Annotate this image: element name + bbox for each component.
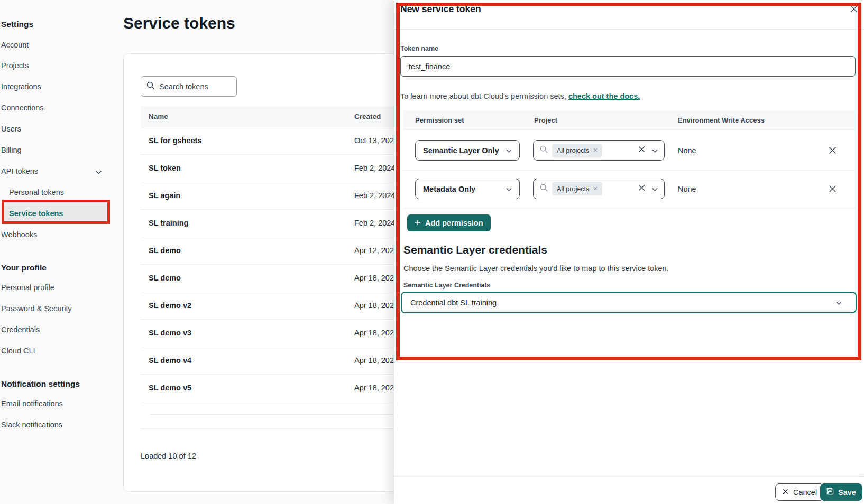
clear-icon[interactable] [638, 145, 646, 155]
search-icon [540, 184, 548, 194]
sidebar-item-slack-notifications[interactable]: Slack notifications [1, 421, 62, 429]
search-tokens-box[interactable] [141, 76, 237, 97]
project-combobox[interactable]: All projects✕ [533, 179, 665, 199]
env-write-access-value: None [678, 185, 696, 193]
search-icon [540, 145, 548, 155]
token-name: SL demo v4 [149, 356, 191, 365]
column-header-created: Created [354, 113, 381, 120]
sidebar-item-users[interactable]: Users [1, 125, 21, 133]
project-chip: All projects✕ [552, 182, 602, 195]
settings-sidebar: Settings Account Projects Integrations C… [0, 0, 114, 504]
sidebar-item-integrations[interactable]: Integrations [1, 82, 41, 91]
page-title: Service tokens [123, 14, 235, 32]
sidebar-item-password-security[interactable]: Password & Security [1, 304, 72, 313]
chevron-down-icon[interactable] [652, 184, 658, 194]
token-name: SL again [149, 191, 180, 200]
column-header-name: Name [149, 113, 168, 120]
sidebar-item-api-tokens[interactable]: API tokens [1, 167, 38, 175]
divider [403, 170, 856, 171]
sidebar-item-credentials[interactable]: Credentials [1, 325, 40, 334]
search-input[interactable] [159, 82, 223, 91]
cancel-label: Cancel [793, 488, 817, 497]
token-name: SL demo v3 [149, 329, 191, 337]
sidebar-section-your-profile: Your profile [1, 263, 47, 273]
token-name: SL demo v5 [149, 384, 191, 392]
chip-remove-icon[interactable]: ✕ [593, 147, 598, 154]
save-button[interactable]: Save [820, 483, 862, 501]
permission-set-value: Metadata Only [423, 185, 475, 193]
token-name: SL training [149, 219, 188, 227]
clear-icon[interactable] [638, 184, 646, 194]
permission-set-select[interactable]: Metadata Only [415, 179, 520, 199]
remove-permission-icon[interactable] [828, 184, 838, 194]
project-combobox[interactable]: All projects✕ [533, 140, 665, 161]
permission-table-header: Permission set Project Environment Write… [403, 110, 856, 130]
semantic-layer-credentials-description: Choose the Semantic Layer credentials yo… [403, 264, 669, 273]
chevron-down-icon [506, 146, 512, 155]
close-icon[interactable] [849, 4, 860, 15]
add-permission-button[interactable]: Add permission [407, 214, 491, 231]
sidebar-section-notification-settings: Notification settings [1, 379, 80, 389]
sidebar-item-account[interactable]: Account [1, 41, 29, 49]
token-name: SL demo [149, 246, 181, 255]
permission-docs-text: To learn more about dbt Cloud's permissi… [400, 92, 640, 100]
permission-set-value: Semantic Layer Only [423, 146, 499, 155]
chip-remove-icon[interactable]: ✕ [593, 185, 598, 192]
column-header-permission-set: Permission set [415, 116, 464, 124]
footer-divider [394, 476, 864, 477]
semantic-layer-credentials-value: Credential dbt SL training [410, 298, 497, 307]
docs-text: To learn more about dbt Cloud's permissi… [400, 92, 568, 100]
token-name-input[interactable] [400, 56, 856, 77]
sidebar-item-email-notifications[interactable]: Email notifications [1, 399, 63, 408]
semantic-layer-credentials-select[interactable]: Credential dbt SL training [401, 292, 857, 313]
close-icon [782, 488, 789, 497]
sidebar-item-personal-profile[interactable]: Personal profile [1, 283, 54, 292]
drawer-title: New service token [400, 4, 481, 15]
search-icon [146, 81, 155, 92]
save-label: Save [838, 488, 856, 497]
new-service-token-drawer: New service token Token name To learn mo… [394, 0, 864, 504]
token-name: SL demo [149, 274, 181, 282]
loaded-count-text: Loaded 10 of 12 [141, 452, 196, 460]
chevron-down-icon[interactable] [95, 167, 102, 177]
chevron-down-icon [836, 298, 842, 307]
token-name: SL token [149, 164, 181, 172]
divider [403, 208, 856, 208]
token-name: SL demo v2 [149, 301, 191, 310]
project-chip-label: All projects [557, 147, 589, 154]
sidebar-item-personal-tokens[interactable]: Personal tokens [9, 188, 64, 197]
project-chip-label: All projects [557, 185, 589, 193]
docs-link[interactable]: check out the docs. [568, 92, 640, 100]
sidebar-item-service-tokens-label[interactable]: Service tokens [9, 209, 63, 218]
token-created: Oct 13, 2023, [354, 136, 400, 145]
sidebar-item-webhooks[interactable]: Webhooks [1, 230, 37, 239]
env-write-access-value: None [678, 146, 696, 155]
sidebar-section-settings: Settings [1, 20, 33, 29]
project-chip: All projects✕ [552, 144, 602, 157]
sidebar-item-connections[interactable]: Connections [1, 104, 44, 112]
remove-permission-icon[interactable] [828, 146, 838, 155]
add-permission-label: Add permission [425, 219, 483, 227]
token-name: SL for gsheets [149, 136, 201, 145]
column-header-env-write: Environment Write Access [678, 116, 765, 124]
sidebar-item-billing[interactable]: Billing [1, 146, 22, 154]
sidebar-item-projects[interactable]: Projects [1, 61, 29, 70]
plus-icon [415, 219, 421, 227]
cancel-button[interactable]: Cancel [775, 483, 824, 501]
chevron-down-icon [506, 184, 512, 194]
chevron-down-icon[interactable] [652, 146, 658, 155]
semantic-layer-credentials-label: Semantic Layer Credentials [403, 282, 490, 289]
column-header-project: Project [534, 116, 557, 124]
divider [394, 29, 864, 30]
save-icon [826, 488, 834, 497]
sidebar-item-cloud-cli[interactable]: Cloud CLI [1, 347, 35, 355]
permission-set-select[interactable]: Semantic Layer Only [415, 140, 520, 161]
token-name-label: Token name [400, 45, 438, 52]
semantic-layer-credentials-heading: Semantic Layer credentials [403, 244, 547, 256]
